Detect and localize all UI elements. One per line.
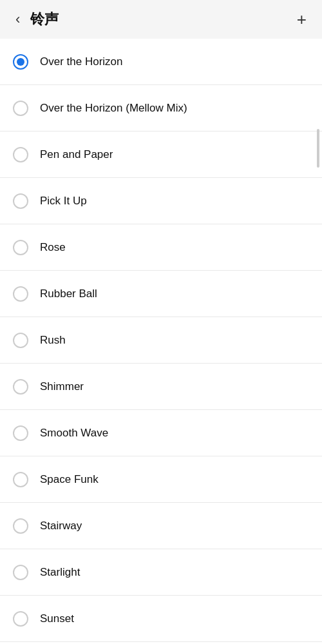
radio-button[interactable] [13, 240, 28, 255]
add-button[interactable]: + [294, 7, 309, 32]
radio-button[interactable] [13, 518, 28, 534]
list-item[interactable]: Rose [0, 224, 322, 271]
radio-button[interactable] [13, 425, 28, 441]
ringtone-label: Shimmer [40, 380, 84, 393]
list-item[interactable]: Pen and Paper [0, 132, 322, 178]
back-button[interactable]: ‹ [13, 8, 23, 30]
ringtone-label: Space Funk [40, 473, 99, 486]
header: ‹ 铃声 + [0, 0, 322, 39]
radio-button[interactable] [13, 286, 28, 302]
list-item[interactable]: Stairway [0, 503, 322, 549]
scrollbar [317, 129, 319, 168]
list-item[interactable]: Rubber Ball [0, 271, 322, 317]
radio-inner-dot [17, 58, 24, 66]
ringtone-list: Over the HorizonOver the Horizon (Mellow… [0, 39, 322, 644]
list-item[interactable]: Pick It Up [0, 178, 322, 224]
list-item[interactable]: Over the Horizon (Mellow Mix) [0, 85, 322, 132]
radio-button[interactable] [13, 147, 28, 162]
list-item[interactable]: Shimmer [0, 364, 322, 410]
radio-button[interactable] [13, 54, 28, 70]
page-title: 铃声 [30, 10, 59, 29]
ringtone-label: Rose [40, 241, 66, 254]
radio-button[interactable] [13, 333, 28, 348]
list-item[interactable]: Space Funk [0, 456, 322, 503]
radio-button[interactable] [13, 379, 28, 395]
radio-button[interactable] [13, 472, 28, 487]
ringtone-label: Over the Horizon (Mellow Mix) [40, 102, 187, 115]
list-item[interactable]: Over the Horizon [0, 39, 322, 85]
radio-button[interactable] [13, 193, 28, 209]
radio-button[interactable] [13, 565, 28, 580]
ringtone-label: Stairway [40, 520, 82, 532]
ringtone-label: Rubber Ball [40, 288, 97, 300]
ringtone-label: Rush [40, 334, 66, 347]
ringtone-label: Pen and Paper [40, 148, 113, 161]
ringtone-label: Over the Horizon [40, 55, 123, 68]
radio-button[interactable] [13, 611, 28, 627]
list-item[interactable]: Rush [0, 317, 322, 364]
ringtone-label: Sunset [40, 612, 74, 625]
list-item[interactable]: Sunset [0, 596, 322, 642]
list-item[interactable]: Starlight [0, 549, 322, 596]
ringtone-label: Pick It Up [40, 195, 87, 208]
radio-button[interactable] [13, 101, 28, 116]
list-item[interactable]: Smooth Wave [0, 410, 322, 456]
ringtone-label: Smooth Wave [40, 427, 108, 440]
ringtone-label: Starlight [40, 566, 80, 579]
